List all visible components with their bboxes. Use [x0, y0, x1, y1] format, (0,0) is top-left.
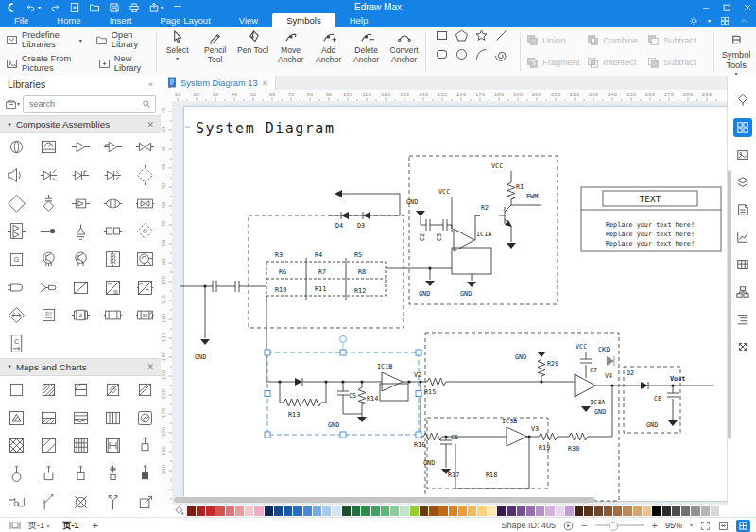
palette-swatch[interactable]	[197, 506, 205, 516]
symbol-crossed-diode[interactable]	[32, 162, 64, 190]
palette-swatch[interactable]	[332, 506, 340, 516]
symbol-striped-area[interactable]	[96, 403, 129, 432]
arc-shape-button[interactable]	[474, 47, 490, 61]
add-anchor-button[interactable]: Add Anchor	[310, 26, 348, 77]
symbol-probe[interactable]	[32, 217, 64, 246]
symbol-ammeter-box[interactable]: A	[64, 301, 96, 330]
zoom-slider[interactable]	[595, 524, 644, 526]
palette-swatch[interactable]	[390, 506, 399, 516]
palette-swatch[interactable]	[303, 506, 312, 516]
palette-swatch[interactable]	[477, 506, 486, 516]
maximize-button[interactable]	[722, 3, 731, 12]
zoom-level[interactable]: 95%	[665, 521, 682, 530]
symbol-diode-amp[interactable]	[64, 162, 96, 190]
search-input[interactable]	[27, 98, 142, 110]
collapse-ribbon-icon[interactable]	[739, 16, 748, 26]
symbol-diamond[interactable]	[0, 189, 32, 217]
menu-file[interactable]: File	[0, 13, 43, 27]
palette-swatch[interactable]	[322, 506, 331, 516]
symbol-motor-frame[interactable]	[129, 246, 161, 274]
symbol-amplifier[interactable]	[64, 133, 96, 162]
symbol-diode-amp-2[interactable]	[96, 162, 129, 190]
palette-swatch[interactable]	[623, 506, 631, 516]
palette-swatch[interactable]	[342, 506, 351, 516]
section-close-icon[interactable]: ✕	[146, 362, 154, 371]
section-collapse-icon[interactable]: ▼	[7, 122, 12, 128]
palette-swatch[interactable]	[265, 506, 273, 516]
insert-picture-panel-button[interactable]	[733, 146, 752, 164]
symbol-diagonal-area[interactable]	[129, 376, 161, 404]
symbol-diamond-arrows[interactable]	[0, 301, 32, 330]
open-library-button[interactable]: Open Library	[95, 30, 148, 49]
page-overview-icon[interactable]	[9, 521, 21, 530]
palette-swatch[interactable]	[545, 506, 554, 516]
search-icon[interactable]	[142, 99, 151, 109]
create-from-pictures-button[interactable]: Create From Pictures	[6, 54, 85, 73]
notes-panel-button[interactable]	[733, 200, 752, 219]
format-paint-panel-button[interactable]	[733, 91, 752, 110]
fullscreen-icon[interactable]	[700, 521, 711, 531]
new-library-button[interactable]: New Library	[98, 54, 148, 73]
symbol-banded-area[interactable]	[64, 403, 96, 432]
symbol-converter-ac-dc[interactable]	[96, 273, 129, 301]
collapse-panel-icon[interactable]: «	[148, 79, 153, 89]
tab-close-icon[interactable]: ✕	[262, 78, 268, 88]
symbol-meter-box[interactable]	[32, 133, 64, 162]
palette-swatch[interactable]	[652, 506, 661, 516]
rounded-rectangle-shape-button[interactable]	[435, 47, 451, 61]
palette-swatch[interactable]	[274, 506, 283, 516]
symbol-h-bar-area[interactable]	[96, 432, 129, 460]
symbol-meter-circle[interactable]	[0, 133, 32, 162]
palette-swatch[interactable]	[410, 506, 419, 516]
palette-swatch[interactable]	[381, 506, 389, 516]
minimize-button[interactable]	[701, 3, 711, 12]
settings-gear-icon[interactable]	[689, 16, 698, 26]
symbol-open-box-pole[interactable]	[32, 460, 64, 489]
selection-handles[interactable]	[265, 350, 421, 438]
palette-swatch[interactable]	[361, 506, 369, 516]
rotate-handle[interactable]	[340, 336, 347, 343]
symbol-boxed-diode[interactable]	[64, 189, 96, 217]
table-panel-button[interactable]	[733, 255, 752, 274]
layers-panel-button[interactable]	[733, 173, 752, 192]
play-button[interactable]	[563, 521, 574, 531]
symbol-gnd-triangle[interactable]	[64, 217, 96, 246]
close-button[interactable]	[743, 3, 752, 12]
palette-swatch[interactable]	[691, 506, 699, 516]
outline-panel-button[interactable]	[733, 310, 752, 329]
palette-swatch[interactable]	[594, 506, 603, 516]
palette-swatch[interactable]	[604, 506, 612, 516]
palette-swatch[interactable]	[468, 506, 476, 516]
palette-swatch[interactable]	[458, 506, 467, 516]
symbol-crossed-circle[interactable]	[64, 488, 96, 516]
palette-swatch[interactable]	[536, 506, 544, 516]
symbol-cross-hatched-area[interactable]	[0, 432, 32, 460]
symbol-c-arrow-box[interactable]: C	[0, 330, 32, 358]
symbol-grid-area[interactable]	[64, 432, 96, 460]
palette-swatch[interactable]	[584, 506, 593, 516]
symbol-bowtie-box[interactable]	[129, 189, 161, 217]
pentagon-shape-button[interactable]	[455, 28, 471, 43]
symbol-pole-marker[interactable]	[129, 432, 161, 460]
palette-swatch[interactable]	[187, 506, 196, 516]
palette-swatch[interactable]	[681, 506, 690, 516]
symbol-antenna-symbol[interactable]	[96, 488, 129, 516]
palette-swatch[interactable]	[575, 506, 583, 516]
palette-swatch[interactable]	[215, 506, 224, 516]
convert-anchor-button[interactable]: Convert Anchor	[386, 26, 423, 77]
subtract-button-5[interactable]: Subtract	[647, 57, 708, 69]
palette-swatch[interactable]	[556, 506, 564, 516]
symbol-tools-button[interactable]: Symbol Tools ▾	[716, 27, 756, 79]
symbol-diamond-cap[interactable]	[32, 189, 64, 217]
section-header-composite-assemblies[interactable]: ▼Composite Assemblies✕	[0, 115, 161, 133]
section-collapse-icon[interactable]: ▼	[7, 364, 12, 369]
settings-caret-icon[interactable]: ▾	[708, 18, 711, 24]
symbol-library-panel-button[interactable]	[733, 118, 752, 137]
symbol-speaker-amp[interactable]	[0, 162, 32, 190]
spiral-shape-button[interactable]	[494, 47, 510, 61]
org-chart-panel-button[interactable]	[733, 283, 752, 301]
palette-swatch[interactable]	[449, 506, 457, 516]
fit-page-icon[interactable]	[718, 521, 729, 531]
add-page-button[interactable]: +	[93, 520, 98, 531]
fill-color-icon[interactable]	[173, 506, 184, 517]
